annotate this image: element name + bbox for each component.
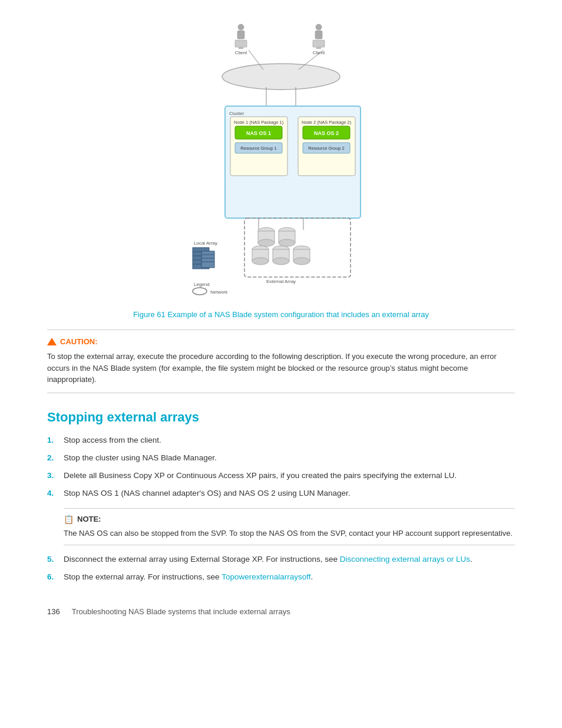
list-item: 5. Disconnect the external array using E… <box>47 554 515 565</box>
svg-text:Cluster: Cluster <box>229 111 244 116</box>
page: Client Client Cluster Node <box>0 0 562 640</box>
svg-text:NAS OS 1: NAS OS 1 <box>246 130 271 136</box>
note-box: 📋 NOTE: The NAS OS can also be stopped f… <box>64 508 515 546</box>
figure-caption: Figure 61 Example of a NAS Blade system … <box>47 310 515 319</box>
footer-text: Troubleshooting NAS Blade systems that i… <box>72 607 290 616</box>
list-item: 1. Stop access from the client. <box>47 434 515 446</box>
svg-text:NAS OS 2: NAS OS 2 <box>314 130 339 136</box>
svg-text:Local Array: Local Array <box>194 241 217 246</box>
step-text-6: Stop the external array. For instruction… <box>64 571 313 583</box>
footer: 136 Troubleshooting NAS Blade systems th… <box>47 607 515 616</box>
svg-point-43 <box>273 258 289 265</box>
caution-box: CAUTION: To stop the external array, exe… <box>47 330 515 393</box>
svg-rect-8 <box>316 47 321 49</box>
step-text: Stop access from the client. <box>64 434 161 446</box>
svg-text:Legend: Legend <box>194 282 210 287</box>
svg-rect-7 <box>313 40 325 47</box>
step-num: 3. <box>47 470 58 482</box>
disconnecting-link[interactable]: Disconnecting external arrays or LUs <box>340 555 470 564</box>
step-text-5: Disconnect the external array using Exte… <box>64 554 472 565</box>
svg-point-59 <box>193 288 207 295</box>
footer-page-number: 136 <box>47 607 60 616</box>
caution-triangle-icon <box>47 338 57 345</box>
svg-point-0 <box>238 24 244 30</box>
svg-point-37 <box>279 239 295 246</box>
svg-rect-54 <box>201 251 214 268</box>
svg-point-34 <box>258 239 275 246</box>
steps-list: 1. Stop access from the client. 2. Stop … <box>47 434 515 500</box>
svg-text:Node 1 (NAS Package 1): Node 1 (NAS Package 1) <box>234 120 284 125</box>
step-text: Delete all Business Copy XP or Continuou… <box>64 470 457 482</box>
list-item: 3. Delete all Business Copy XP or Contin… <box>47 470 515 482</box>
note-title: 📋 NOTE: <box>64 515 515 524</box>
svg-text:Network: Network <box>210 289 228 295</box>
diagram-container: Client Client Cluster Node <box>47 18 515 301</box>
svg-point-10 <box>222 64 340 90</box>
svg-text:Node 2 (NAS Package 2): Node 2 (NAS Package 2) <box>302 120 352 125</box>
step-num: 1. <box>47 434 58 446</box>
svg-text:Client: Client <box>235 50 247 55</box>
step-num: 4. <box>47 487 58 499</box>
caution-title: CAUTION: <box>47 337 515 346</box>
topoweroff-link[interactable]: Topowerexternalarraysoff <box>222 572 310 581</box>
step-text: Stop NAS OS 1 (NAS channel adapter's OS)… <box>64 487 351 499</box>
svg-rect-2 <box>235 40 247 47</box>
section-heading: Stopping external arrays <box>47 410 515 425</box>
svg-point-46 <box>293 258 310 265</box>
svg-point-5 <box>316 24 322 30</box>
step-num: 2. <box>47 452 58 464</box>
svg-rect-6 <box>315 31 322 39</box>
svg-text:Resource Group 1: Resource Group 1 <box>240 146 276 151</box>
svg-point-40 <box>252 258 269 265</box>
list-item: 6. Stop the external array. For instruct… <box>47 571 515 583</box>
note-icon: 📋 <box>64 515 74 524</box>
step-text: Stop the cluster using NAS Blade Manager… <box>64 452 217 464</box>
step-num: 5. <box>47 554 58 565</box>
note-text: The NAS OS can also be stopped from the … <box>64 528 515 539</box>
caution-text: To stop the external array, execute the … <box>47 351 515 386</box>
svg-rect-3 <box>239 47 243 49</box>
svg-rect-1 <box>237 31 244 39</box>
list-item: 2. Stop the cluster using NAS Blade Mana… <box>47 452 515 464</box>
steps-list-2: 5. Disconnect the external array using E… <box>47 554 515 584</box>
svg-text:Resource Group 2: Resource Group 2 <box>308 146 344 151</box>
step-num: 6. <box>47 571 58 583</box>
svg-text:Client: Client <box>313 50 325 55</box>
svg-text:External Array: External Array <box>266 279 296 284</box>
architecture-diagram: Client Client Cluster Node <box>157 18 405 301</box>
list-item: 4. Stop NAS OS 1 (NAS channel adapter's … <box>47 487 515 499</box>
